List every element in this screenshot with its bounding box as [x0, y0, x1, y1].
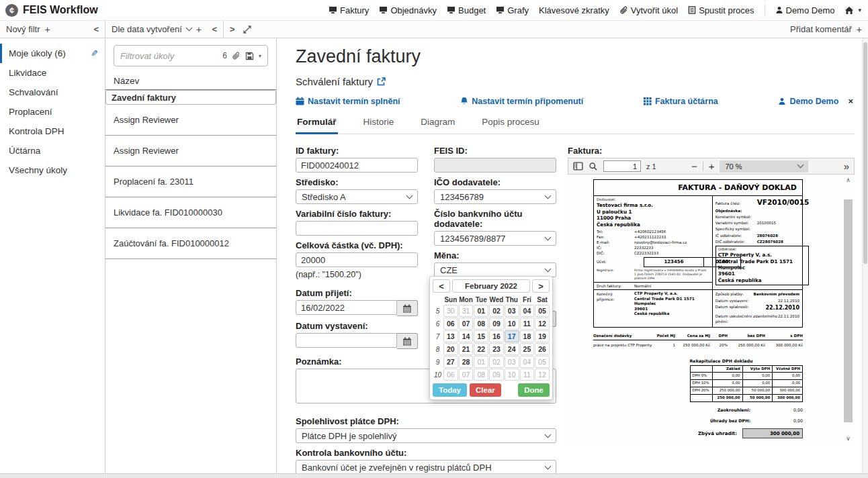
calendar-day[interactable]: 06 [443, 318, 458, 330]
sidebar-item-uctarna[interactable]: Účtárna [0, 141, 105, 160]
prev-month-button[interactable]: < [433, 279, 450, 293]
tab-historie[interactable]: Historie [362, 115, 396, 134]
menu-objednavky[interactable]: Objednávky [379, 5, 437, 15]
task-row[interactable]: Assign Reviewer [105, 136, 276, 166]
calendar-day[interactable]: 21 [459, 343, 474, 355]
calendar-day[interactable]: 25 [520, 343, 535, 355]
calendar-day[interactable]: 24 [505, 343, 519, 355]
add-tab-button[interactable]: + [196, 24, 202, 35]
calendar-day[interactable]: 04 [520, 305, 535, 317]
edit-filter-icon[interactable]: ✎ [91, 48, 98, 58]
scroll-down-icon[interactable]: ∨ [846, 434, 851, 443]
calendar-day[interactable]: 15 [474, 330, 488, 342]
brand[interactable]: ¢ FEIS Workflow [5, 4, 98, 17]
task-filter-input[interactable] [120, 51, 218, 61]
datum-prijeti-input[interactable] [296, 300, 397, 315]
calendar-month-label[interactable]: February 2022 [452, 279, 530, 293]
tab-diagram[interactable]: Diagram [419, 115, 456, 134]
zoom-level-select[interactable]: 70 % [720, 160, 808, 173]
calendar-day[interactable]: 05 [535, 305, 550, 317]
calendar-day[interactable]: 02 [489, 356, 504, 368]
sidebar-item-kontrola-dph[interactable]: Kontrola DPH [0, 122, 105, 141]
scroll-up-icon[interactable]: ∧ [846, 176, 851, 185]
calendar-day[interactable]: 04 [520, 356, 535, 368]
calendar-day-selected[interactable]: 17 [505, 330, 519, 342]
datum-prijeti-calendar-button[interactable] [397, 300, 418, 316]
menu-budget[interactable]: Budget [447, 5, 486, 15]
calendar-day[interactable]: 11 [520, 369, 535, 381]
calendar-day[interactable]: 22 [474, 343, 488, 355]
calendar-day[interactable]: 18 [520, 330, 535, 342]
next-month-button[interactable]: > [532, 279, 550, 293]
menu-faktury[interactable]: Faktury [329, 5, 369, 15]
spolehlivost-select[interactable]: Plátce DPH je spolehlivý [296, 428, 556, 443]
calendar-day[interactable]: 14 [459, 330, 474, 342]
calendar-today-button[interactable]: Today [433, 383, 467, 397]
calendar-day[interactable]: 10 [505, 369, 519, 381]
mena-select[interactable]: CZE [434, 262, 556, 277]
calendar-day[interactable]: 30 [443, 305, 458, 317]
zoom-in-button[interactable]: + [709, 161, 715, 171]
calendar-day[interactable]: 12 [535, 369, 550, 381]
sidebar-item-likvidace[interactable]: Likvidace [0, 63, 105, 83]
datum-vystaveni-calendar-button[interactable] [397, 333, 418, 349]
collapse-filters-button[interactable]: < [93, 24, 99, 34]
calendar-day[interactable]: 08 [474, 369, 488, 381]
scroll-track[interactable] [844, 185, 853, 434]
save-filter-icon[interactable] [245, 52, 254, 60]
external-link-icon[interactable] [377, 77, 386, 86]
user-menu[interactable]: Demo Demo [775, 5, 835, 15]
task-row[interactable]: Zaúčtování fa. FID010000012 [105, 228, 276, 259]
calendar-day[interactable]: 11 [520, 318, 535, 330]
menu-grafy[interactable]: Grafy [496, 5, 529, 15]
sidebar-item-moje-ukoly[interactable]: Moje úkoly (6) ✎ [0, 44, 105, 63]
chevron-down-icon[interactable]: ▾ [259, 53, 261, 59]
expand-icon[interactable] [243, 26, 251, 34]
menu-spustit-proces[interactable]: Spustit proces [688, 5, 754, 15]
search-icon[interactable] [589, 162, 598, 171]
assignee-chip[interactable]: Demo Demo × [778, 96, 853, 106]
menu-klavesove-zkratky[interactable]: Klávesové zkratky [539, 5, 609, 15]
ico-dodavatele-select[interactable]: 123456789 [434, 189, 556, 204]
task-row[interactable]: Likvidace fa. FID010000030 [105, 197, 276, 228]
pdf-viewer[interactable]: FAKTURA - DAŇOVÝ DOKLAD Dodavatel: Testo… [568, 175, 855, 444]
assigned-group-button[interactable]: Faktura účtárna [644, 97, 718, 106]
calendar-day[interactable]: 26 [535, 343, 550, 355]
collapse-tasklist-button[interactable]: < [212, 24, 217, 34]
task-row[interactable]: Assign Reviewer [105, 105, 276, 136]
calendar-day[interactable]: 07 [459, 369, 474, 381]
calendar-day[interactable]: 31 [459, 305, 474, 317]
remove-assignee-button[interactable]: × [848, 96, 853, 106]
stredisko-select[interactable]: Středisko A [296, 189, 418, 204]
variabilni-cislo-input[interactable] [296, 221, 418, 236]
calendar-day[interactable]: 09 [489, 318, 504, 330]
tab-popis-procesu[interactable]: Popis procesu [480, 115, 541, 134]
set-deadline-button[interactable]: Nastavit termín splnění [296, 97, 400, 106]
task-list-column-header[interactable]: Název [105, 70, 276, 90]
scroll-thumb[interactable] [844, 199, 853, 422]
expand-tasklist-button[interactable]: > [230, 24, 235, 34]
calendar-day[interactable]: 19 [535, 330, 550, 342]
calendar-day[interactable]: 03 [505, 305, 519, 317]
zoom-out-button[interactable]: − [691, 161, 697, 171]
calendar-day[interactable]: 05 [535, 356, 550, 368]
datum-vystaveni-input[interactable] [296, 333, 397, 348]
menu-vytvorit-ukol[interactable]: Vytvořit úkol [619, 5, 678, 15]
window-scroll-thumb[interactable] [863, 42, 867, 264]
pdf-scrollbar[interactable]: ∧ ∨ [843, 176, 853, 443]
task-row[interactable]: Proplacení fa. 23011 [105, 166, 276, 197]
calendar-day[interactable]: 27 [443, 356, 458, 368]
calendar-day[interactable]: 07 [459, 318, 474, 330]
calendar-day[interactable]: 02 [489, 305, 504, 317]
tab-formular[interactable]: Formulář [296, 115, 338, 134]
bankovni-ucet-select[interactable]: 123456789/8877 [434, 231, 556, 246]
calendar-day[interactable]: 03 [505, 356, 519, 368]
sidebar-item-schvalovani[interactable]: Schvalování [0, 83, 105, 102]
kontrola-uctu-select[interactable]: Bankovní účet je zveřejněn v registru pl… [296, 460, 556, 473]
add-comment-button[interactable]: Přidat komentář + [790, 24, 862, 35]
calendar-day[interactable]: 16 [489, 330, 504, 342]
paperclip-icon[interactable] [232, 52, 241, 60]
celkova-castka-input[interactable] [296, 252, 418, 267]
calendar-done-button[interactable]: Done [518, 383, 550, 397]
sidebar-toggle-icon[interactable] [573, 162, 583, 171]
